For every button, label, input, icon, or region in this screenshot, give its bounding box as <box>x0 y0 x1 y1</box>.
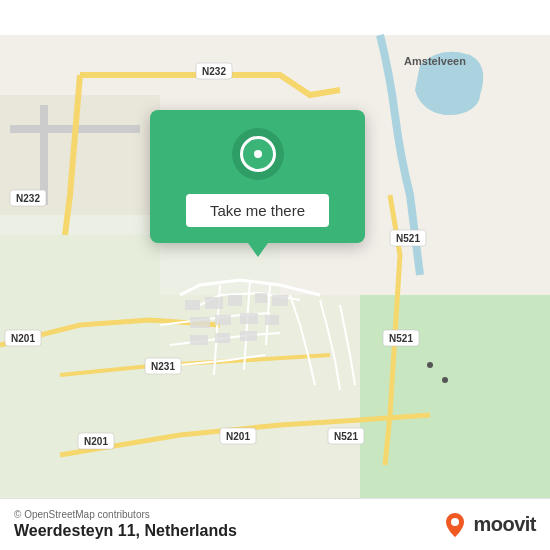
svg-rect-10 <box>205 297 223 309</box>
svg-text:N521: N521 <box>334 431 358 442</box>
svg-text:N521: N521 <box>396 233 420 244</box>
bottom-left-info: © OpenStreetMap contributors Weerdesteyn… <box>14 509 237 540</box>
svg-rect-11 <box>228 295 242 306</box>
svg-text:Amstelveen: Amstelveen <box>404 55 466 67</box>
svg-rect-17 <box>265 315 279 325</box>
svg-rect-9 <box>185 300 200 310</box>
popup-card: Take me there <box>150 110 365 243</box>
map-svg: N232 N232 N201 N201 N201 N231 N521 N521 … <box>0 0 550 550</box>
svg-rect-12 <box>255 293 267 303</box>
location-icon-wrapper <box>232 128 284 180</box>
moovit-icon <box>441 511 469 539</box>
svg-rect-13 <box>272 295 288 306</box>
moovit-logo: moovit <box>441 511 536 539</box>
svg-text:N232: N232 <box>202 66 226 77</box>
svg-text:N232: N232 <box>16 193 40 204</box>
location-dot <box>254 150 262 158</box>
take-me-there-button[interactable]: Take me there <box>186 194 329 227</box>
svg-rect-19 <box>215 333 230 343</box>
svg-rect-20 <box>240 331 257 341</box>
svg-rect-16 <box>240 313 258 324</box>
location-title: Weerdesteyn 11, Netherlands <box>14 522 237 540</box>
svg-text:N201: N201 <box>11 333 35 344</box>
svg-text:N201: N201 <box>84 436 108 447</box>
moovit-brand-text: moovit <box>473 513 536 536</box>
svg-point-43 <box>451 518 459 526</box>
map-container: N232 N232 N201 N201 N201 N231 N521 N521 … <box>0 0 550 550</box>
bottom-bar: © OpenStreetMap contributors Weerdesteyn… <box>0 498 550 550</box>
svg-text:N201: N201 <box>226 431 250 442</box>
svg-text:N521: N521 <box>389 333 413 344</box>
svg-rect-18 <box>190 335 208 345</box>
location-icon <box>240 136 276 172</box>
svg-rect-15 <box>215 315 231 325</box>
svg-text:N231: N231 <box>151 361 175 372</box>
svg-point-40 <box>427 362 433 368</box>
osm-attribution: © OpenStreetMap contributors <box>14 509 237 520</box>
svg-rect-14 <box>190 317 210 328</box>
svg-point-41 <box>442 377 448 383</box>
